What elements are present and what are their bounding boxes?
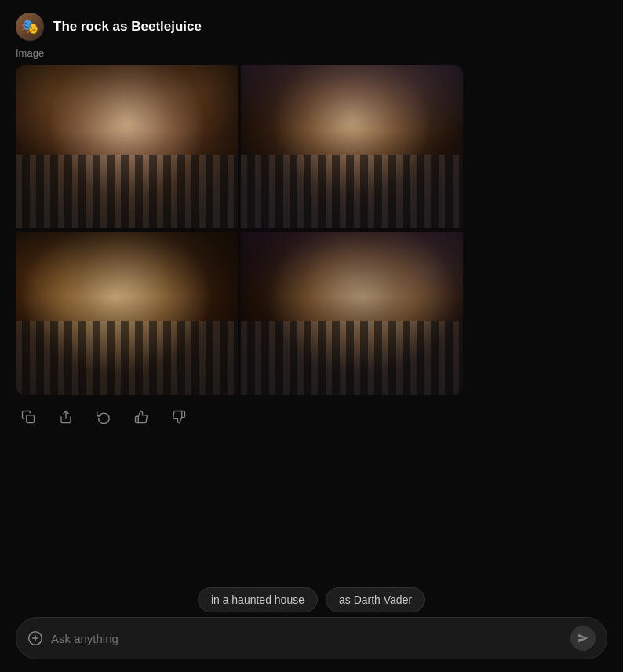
- image-label: Image: [16, 47, 607, 59]
- copy-icon: [21, 410, 35, 424]
- copy-button[interactable]: [16, 404, 41, 429]
- content-area: Image: [0, 47, 623, 429]
- send-icon: [577, 633, 588, 644]
- thumbs-up-icon: [134, 410, 148, 424]
- attach-button[interactable]: [27, 630, 43, 646]
- image-cell-2[interactable]: [241, 65, 463, 228]
- share-button[interactable]: [53, 404, 78, 429]
- regenerate-icon: [97, 410, 111, 424]
- image-overlay-4: [241, 232, 463, 395]
- avatar: 🎭: [16, 13, 44, 41]
- send-button[interactable]: [570, 626, 596, 651]
- image-overlay-1: [16, 65, 238, 228]
- avatar-icon: 🎭: [21, 18, 38, 35]
- image-cell-3[interactable]: [16, 232, 238, 395]
- image-grid: [16, 65, 463, 395]
- attach-icon: [27, 630, 43, 646]
- chat-header: 🎭 The rock as Beetlejuice: [0, 0, 623, 47]
- thumbs-down-icon: [172, 410, 186, 424]
- chat-title: The rock as Beetlejuice: [53, 19, 202, 35]
- suggestions-row: in a haunted house as Darth Vader: [0, 587, 623, 612]
- input-bar: [16, 617, 607, 659]
- suggestion-chip-darth-vader[interactable]: as Darth Vader: [326, 587, 425, 612]
- thumbs-up-button[interactable]: [129, 404, 154, 429]
- share-icon: [59, 410, 73, 424]
- image-overlay-2: [241, 65, 463, 228]
- image-cell-4[interactable]: [241, 232, 463, 395]
- chat-input[interactable]: [51, 632, 563, 645]
- action-bar: [16, 395, 607, 429]
- suggestion-chip-haunted-house[interactable]: in a haunted house: [198, 587, 318, 612]
- regenerate-button[interactable]: [91, 404, 116, 429]
- svg-rect-0: [27, 415, 35, 423]
- image-overlay-3: [16, 232, 238, 395]
- thumbs-down-button[interactable]: [166, 404, 191, 429]
- image-cell-1[interactable]: [16, 65, 238, 228]
